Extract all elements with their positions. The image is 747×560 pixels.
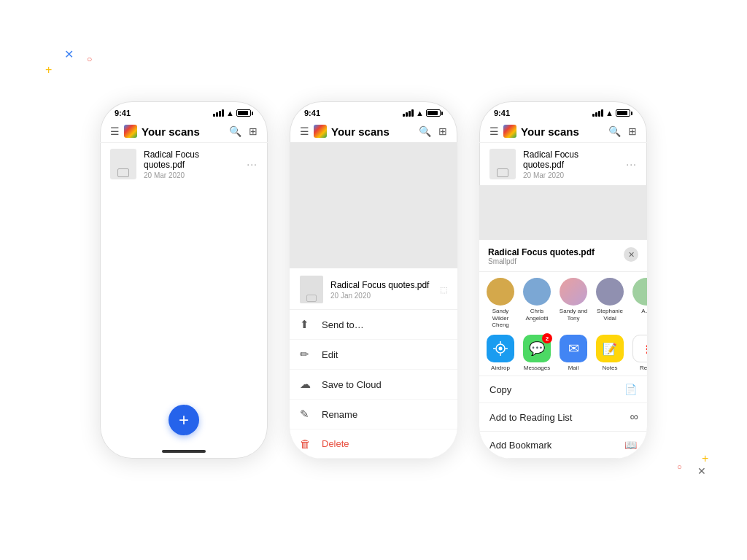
share-file-name: Radical Focus quotes.pdf (488, 247, 595, 257)
reminders-dots-icon: ⋮ (642, 344, 648, 354)
action-reading-list[interactable]: Add to Reading List ∞ (479, 403, 647, 432)
avatar-chris (523, 278, 551, 306)
sendto-label: Send to… (322, 319, 364, 330)
signal-icon-3 (592, 109, 603, 117)
app-notes[interactable]: 📝 Notes (593, 335, 627, 371)
sheet-file-item: Radical Focus quotes.pdf 20 Jan 2020 ⬚ (290, 268, 457, 310)
preview-area-3 (479, 185, 647, 240)
delete-label: Delete (322, 438, 349, 449)
phone-2: 9:41 ▲ ☰ Your scans 🔍 ⊞ (290, 101, 457, 459)
messages-badge: 2 (542, 333, 552, 343)
hamburger-icon-3[interactable]: ☰ (489, 125, 499, 137)
file-name-1: Radical Focus quotes.pdf (144, 149, 239, 170)
file-item-1[interactable]: Radical Focus quotes.pdf 20 Mar 2020 ··· (100, 142, 268, 185)
contact-name-sandy-wilder: Sandy Wilder Cheng (484, 308, 517, 329)
app-reminders[interactable]: ⋮ Re… (630, 335, 647, 371)
contact-sandy-wilder[interactable]: Sandy Wilder Cheng (484, 278, 517, 329)
file-date-3: 20 Mar 2020 (523, 171, 619, 179)
savecloud-label: Save to Cloud (322, 379, 382, 390)
phone-3: 9:41 ▲ ☰ Your scans 🔍 ⊞ (479, 101, 647, 459)
signal-icon-2 (403, 109, 414, 117)
app-title-2: Your scans (331, 125, 414, 138)
menu-item-edit[interactable]: ✏ Edit (290, 340, 457, 370)
contact-name-stephanie: Stephanie Vidal (593, 308, 627, 322)
spacer-1 (100, 185, 268, 405)
app-logo-3 (503, 125, 516, 138)
contact-stephanie[interactable]: Stephanie Vidal (593, 278, 627, 329)
app-name-messages: Messages (524, 365, 550, 371)
notes-icon: 📝 (596, 335, 624, 362)
messages-icon: 💬 2 (523, 335, 551, 362)
contact-chris[interactable]: Chris Angelotti (520, 278, 554, 329)
rename-icon: ✎ (300, 408, 313, 421)
action-bookmark[interactable]: Add Bookmark 📖 (479, 432, 647, 459)
contact-extra[interactable]: A… (630, 278, 647, 329)
sendto-icon: ⬆ (300, 318, 313, 331)
grid-icon-1[interactable]: ⊞ (249, 125, 258, 137)
file-info-1: Radical Focus quotes.pdf 20 Mar 2020 (144, 149, 239, 179)
file-more-1[interactable]: ··· (247, 158, 258, 170)
share-file-info: Radical Focus quotes.pdf Smallpdf (488, 247, 595, 265)
rename-label: Rename (322, 409, 357, 420)
edit-label: Edit (322, 349, 338, 360)
delete-icon: 🗑 (300, 438, 313, 450)
reminders-icon: ⋮ (632, 335, 647, 362)
phone-1: 9:41 ▲ ☰ Your scans 🔍 ⊞ (100, 101, 268, 459)
file-thumb-1 (110, 149, 136, 179)
avatar-stephanie (596, 278, 624, 306)
app-name-airdrop: Airdrop (491, 365, 510, 371)
hamburger-icon-1[interactable]: ☰ (110, 125, 120, 137)
avatar-extra (632, 278, 647, 306)
phones-wrapper: 9:41 ▲ ☰ Your scans 🔍 ⊞ (0, 0, 747, 560)
battery-icon-3 (616, 109, 632, 117)
menu-item-savecloud[interactable]: ☁ Save to Cloud (290, 370, 457, 400)
menu-item-sendto[interactable]: ⬆ Send to… (290, 310, 457, 340)
fab-button[interactable]: + (169, 405, 199, 435)
action-bookmark-label: Add Bookmark (489, 440, 551, 451)
grid-icon-2[interactable]: ⊞ (438, 125, 447, 137)
action-reading-list-label: Add to Reading List (489, 412, 572, 423)
app-name-notes: Notes (603, 365, 618, 371)
avatar-sandy-tony (560, 278, 587, 306)
mail-envelope-icon: ✉ (568, 341, 579, 357)
app-mail[interactable]: ✉ Mail (557, 335, 590, 371)
app-airdrop[interactable]: Airdrop (484, 335, 517, 371)
app-name-reminders: Re… (640, 365, 647, 371)
sheet-file-device-icon: ⬚ (440, 285, 447, 295)
battery-icon-1 (236, 109, 253, 117)
menu-item-delete[interactable]: 🗑 Delete (290, 429, 457, 459)
app-header-2: ☰ Your scans 🔍 ⊞ (290, 120, 457, 142)
hamburger-icon-2[interactable]: ☰ (300, 125, 309, 137)
contact-name-chris: Chris Angelotti (520, 308, 554, 322)
contact-sandy-tony[interactable]: Sandy and Tony (557, 278, 590, 329)
file-name-3: Radical Focus quotes.pdf (523, 149, 619, 170)
menu-item-rename[interactable]: ✎ Rename (290, 400, 457, 429)
search-icon-1[interactable]: 🔍 (229, 125, 241, 137)
airdrop-icon (487, 335, 514, 362)
contact-name-extra: A… (641, 308, 647, 315)
notes-pad-icon: 📝 (603, 342, 617, 356)
savecloud-icon: ☁ (300, 378, 313, 391)
fab-icon: + (179, 410, 189, 430)
sheet-file-thumb (300, 276, 323, 303)
status-bar-2: 9:41 ▲ (290, 101, 457, 120)
sheet-file-info: Radical Focus quotes.pdf 20 Jan 2020 (330, 280, 440, 300)
file-more-3[interactable]: ··· (626, 158, 637, 170)
bookmark-icon: 📖 (624, 439, 637, 451)
svg-point-1 (499, 347, 503, 351)
file-item-3[interactable]: Radical Focus quotes.pdf 20 Mar 2020 ··· (479, 142, 647, 185)
action-copy[interactable]: Copy 📄 (479, 376, 647, 403)
header-icons-1: 🔍 ⊞ (229, 125, 258, 137)
share-close-button[interactable]: ✕ (624, 247, 638, 262)
copy-icon: 📄 (624, 384, 637, 395)
apps-row: Airdrop 💬 2 Messages ✉ Mail (479, 332, 647, 376)
grid-icon-3[interactable]: ⊞ (628, 125, 637, 137)
search-icon-2[interactable]: 🔍 (419, 125, 431, 137)
app-title-1: Your scans (142, 125, 225, 138)
app-header-3: ☰ Your scans 🔍 ⊞ (479, 120, 647, 142)
search-icon-3[interactable]: 🔍 (608, 125, 621, 137)
bottom-sheet-2: Radical Focus quotes.pdf 20 Jan 2020 ⬚ ⬆… (290, 268, 457, 459)
time-2: 9:41 (304, 109, 320, 117)
app-messages[interactable]: 💬 2 Messages (520, 335, 554, 371)
file-info-3: Radical Focus quotes.pdf 20 Mar 2020 (523, 149, 619, 179)
